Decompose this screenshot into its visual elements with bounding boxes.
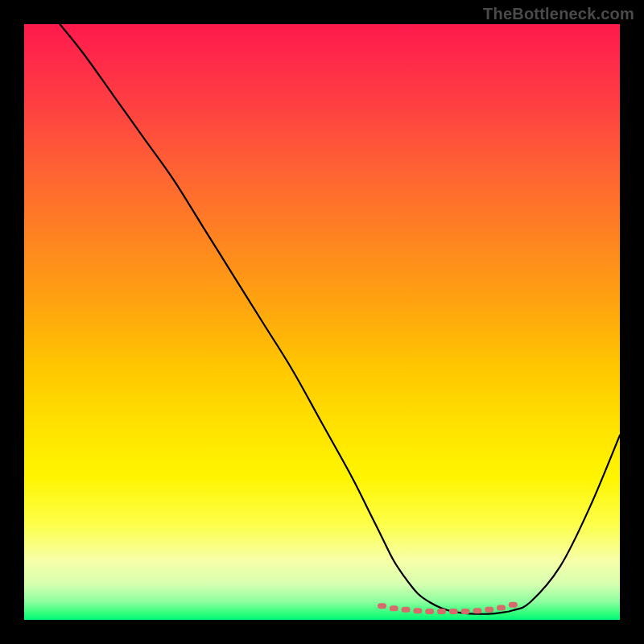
highlight-dots-group bbox=[378, 602, 518, 614]
chart-svg bbox=[24, 24, 620, 620]
highlight-dot bbox=[402, 607, 411, 613]
plot-area bbox=[24, 24, 620, 620]
watermark-text: TheBottleneck.com bbox=[483, 5, 634, 23]
highlight-dot bbox=[390, 605, 398, 611]
chart-container: TheBottleneck.com bbox=[0, 0, 644, 644]
highlight-dot bbox=[413, 608, 422, 613]
highlight-dot bbox=[473, 608, 481, 613]
highlight-dot bbox=[497, 605, 506, 610]
highlight-dot bbox=[461, 609, 470, 614]
curve-path bbox=[60, 24, 620, 614]
highlight-dot bbox=[437, 609, 446, 614]
highlight-dot bbox=[449, 609, 458, 614]
highlight-dot bbox=[485, 607, 493, 613]
highlight-dot bbox=[425, 609, 434, 614]
highlight-dot bbox=[378, 603, 386, 609]
highlight-dot bbox=[509, 602, 518, 608]
